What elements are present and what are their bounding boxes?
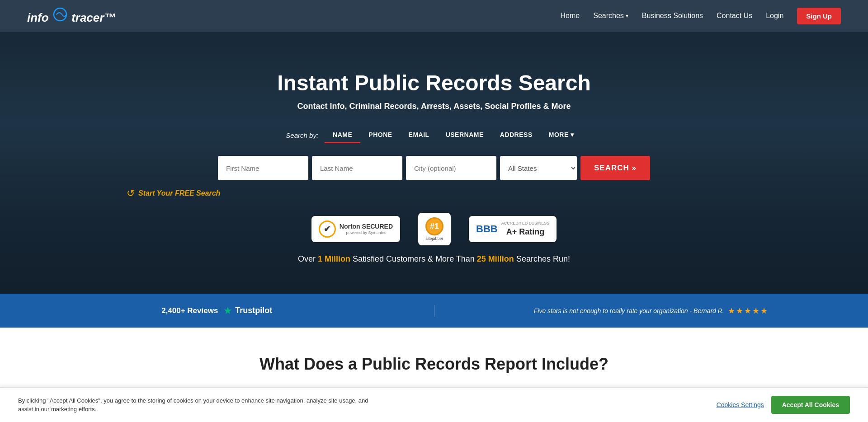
trustpilot-bar: 2,400+ Reviews ★ Trustpilot Five stars i… [0,294,868,328]
hero-title: Instant Public Records Search [9,70,859,95]
bbb-accredited-text: ACCREDITED BUSINESS [501,220,550,226]
svg-point-0 [54,8,66,21]
nav-home[interactable]: Home [561,12,580,19]
search-tabs: Search by: NAME PHONE EMAIL USERNAME ADD… [9,127,859,143]
tab-address[interactable]: ADDRESS [492,127,541,143]
logo-text: info tracer™ [27,7,116,25]
tab-username[interactable]: USERNAME [438,127,492,143]
chevron-down-icon: ▾ [626,13,628,19]
stats-text: Over 1 Million Satisfied Customers & Mor… [9,254,859,264]
trustpilot-name: Trustpilot [235,306,272,315]
what-title: What Does a Public Records Report Includ… [9,355,859,374]
bbb-logo: BBB [476,223,498,235]
nav-searches[interactable]: Searches ▾ [593,12,628,20]
free-search-hint: ↺ Start Your FREE Search [9,188,859,199]
logo[interactable]: info tracer™ [27,7,116,25]
tab-phone[interactable]: PHONE [360,127,400,143]
trustpilot-right: Five stars is not enough to really rate … [434,306,868,316]
navbar: info tracer™ Home Searches ▾ Business So… [0,0,868,32]
what-section: What Does a Public Records Report Includ… [0,328,868,392]
nav-business[interactable]: Business Solutions [642,12,703,19]
search-button[interactable]: SEARCH » [580,156,650,180]
trustpilot-logo: ★ Trustpilot [223,305,272,317]
logo-tracer: tracer [71,11,104,24]
reviews-count: 2,400+ Reviews [161,306,218,315]
chevron-down-icon: ▾ [571,131,574,138]
norton-check-icon: ✔ [319,220,336,238]
bbb-rating-text: A+ Rating [501,226,550,238]
signup-button[interactable]: Sign Up [797,8,841,24]
hero-content: Instant Public Records Search Contact In… [0,43,868,282]
logo-info: info [27,11,49,24]
free-search-text: Start Your FREE Search [138,189,220,197]
bbb-badge: BBB ACCREDITED BUSINESS A+ Rating [469,216,557,242]
norton-secured-text: Norton SECURED [340,222,393,230]
logo-icon [53,7,67,22]
trustpilot-star-icon: ★ [223,305,232,317]
review-stars: ★★★★★ [728,306,769,316]
norton-badge: ✔ Norton SECURED powered by Symantec [311,216,400,242]
arrow-icon: ↺ [127,188,135,199]
city-input[interactable] [406,156,496,180]
tab-name[interactable]: NAME [325,127,360,143]
last-name-input[interactable] [312,156,402,180]
first-name-input[interactable] [218,156,308,180]
cookie-banner: By clicking "Accept All Cookies", you ag… [0,387,868,392]
sitejabber-text: sitejabber [426,236,443,241]
trust-badges: ✔ Norton SECURED powered by Symantec #1 … [9,213,859,245]
nav-contact[interactable]: Contact Us [717,12,752,19]
nav-login[interactable]: Login [766,12,783,19]
sitejabber-number: #1 [425,217,443,235]
hero-section: Instant Public Records Search Contact In… [0,32,868,294]
tab-email[interactable]: EMAIL [401,127,438,143]
review-quote: Five stars is not enough to really rate … [534,307,724,314]
state-select[interactable]: All States Alabama Alaska Arizona Califo… [500,156,577,180]
norton-powered-text: powered by Symantec [340,230,393,236]
sitejabber-badge: #1 sitejabber [418,213,451,245]
search-by-label: Search by: [286,131,318,139]
trustpilot-left: 2,400+ Reviews ★ Trustpilot [0,305,434,317]
nav-links: Home Searches ▾ Business Solutions Conta… [561,8,841,24]
hero-subtitle: Contact Info, Criminal Records, Arrests,… [9,102,859,111]
search-form: All States Alabama Alaska Arizona Califo… [9,156,859,180]
tab-more[interactable]: MORE ▾ [541,127,582,143]
